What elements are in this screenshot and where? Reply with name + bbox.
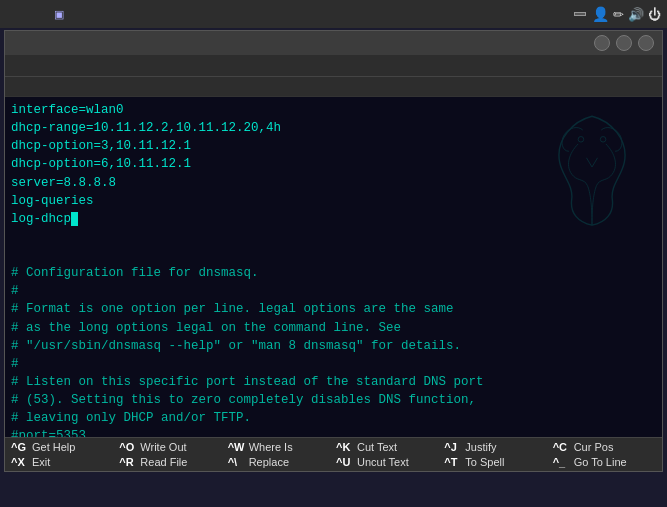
shortcut-label: Replace [249, 456, 289, 468]
shortcut-key: ^_ [553, 456, 571, 468]
terminal-menu[interactable]: ▣ [46, 6, 78, 23]
terminal-controls [594, 35, 654, 51]
editor-line: # Listen on this specific port instead o… [11, 373, 656, 391]
editor-line: # Configuration file for dnsmasq. [11, 264, 656, 282]
shortcut-label: Cut Text [357, 441, 397, 453]
shortcut-item[interactable]: ^RRead File [117, 455, 224, 469]
shortcut-key: ^J [444, 441, 462, 453]
shortcut-item[interactable]: ^OWrite Out [117, 440, 224, 454]
shortcut-key: ^U [336, 456, 354, 468]
shortcut-label: Get Help [32, 441, 75, 453]
shortcut-item[interactable]: ^TTo Spell [442, 455, 549, 469]
terminal-window: interface=wlan0dhcp-range=10.11.12.2,10.… [4, 30, 663, 472]
editor-line: # as the long options legal on the comma… [11, 319, 656, 337]
shortcut-item[interactable]: ^JJustify [442, 440, 549, 454]
tray-icons: 👤 ✏ 🔊 ⏻ [592, 6, 661, 22]
shortcut-item[interactable]: ^GGet Help [9, 440, 116, 454]
editor-line: # Format is one option per line. legal o… [11, 300, 656, 318]
svg-point-0 [578, 137, 584, 143]
editor-line: # leaving only DHCP and/or TFTP. [11, 409, 656, 427]
cursor [71, 212, 78, 226]
workspace-indicator[interactable] [574, 12, 586, 16]
shortcut-item[interactable]: ^WWhere Is [226, 440, 333, 454]
shortcut-key: ^K [336, 441, 354, 453]
system-bar: ▣ 👤 ✏ 🔊 ⏻ [0, 0, 667, 28]
shortcut-label: Uncut Text [357, 456, 409, 468]
shortcut-key: ^C [553, 441, 571, 453]
shortcut-item[interactable]: ^XExit [9, 455, 116, 469]
pen-icon: ✏ [613, 7, 624, 22]
shortcut-item[interactable]: ^KCut Text [334, 440, 441, 454]
shortcut-item[interactable]: ^\Replace [226, 455, 333, 469]
shortcut-item[interactable]: ^UUncut Text [334, 455, 441, 469]
shortcut-label: Cur Pos [574, 441, 614, 453]
shortcut-key: ^\ [228, 456, 246, 468]
editor-line: #port=5353 [11, 427, 656, 437]
shortcut-item[interactable]: ^_Go To Line [551, 455, 658, 469]
shortcut-label: To Spell [465, 456, 504, 468]
editor-line: # [11, 282, 656, 300]
maximize-button[interactable] [616, 35, 632, 51]
shortcut-key: ^T [444, 456, 462, 468]
nano-shortcuts: ^GGet Help^OWrite Out^WWhere Is^KCut Tex… [5, 437, 662, 471]
shortcut-label: Write Out [140, 441, 186, 453]
editor-line: # (53). Setting this to zero completely … [11, 391, 656, 409]
terminal-titlebar [5, 31, 662, 55]
shortcut-key: ^W [228, 441, 246, 453]
editor-line [11, 228, 656, 246]
editor-line: # "/usr/sbin/dnsmasq --help" or "man 8 d… [11, 337, 656, 355]
dragon-watermark [542, 107, 642, 227]
close-button[interactable] [638, 35, 654, 51]
editor-line [11, 246, 656, 264]
shortcut-key: ^R [119, 456, 137, 468]
svg-point-1 [600, 137, 606, 143]
shortcut-label: Where Is [249, 441, 293, 453]
shortcut-label: Justify [465, 441, 496, 453]
system-tray: 👤 ✏ 🔊 ⏻ [445, 6, 661, 22]
user-icon: 👤 [592, 6, 609, 22]
editor-line: # [11, 355, 656, 373]
applications-menu[interactable] [6, 12, 24, 16]
shortcut-label: Read File [140, 456, 187, 468]
power-icon[interactable]: ⏻ [648, 7, 661, 22]
shortcut-key: ^O [119, 441, 137, 453]
minimize-button[interactable] [594, 35, 610, 51]
shortcut-key: ^X [11, 456, 29, 468]
shortcut-label: Exit [32, 456, 50, 468]
nano-menubar [5, 55, 662, 77]
shortcut-item[interactable]: ^CCur Pos [551, 440, 658, 454]
editor-area[interactable]: interface=wlan0dhcp-range=10.11.12.2,10.… [5, 97, 662, 437]
volume-icon: 🔊 [628, 7, 644, 22]
system-bar-left: ▣ [6, 6, 222, 23]
shortcut-label: Go To Line [574, 456, 627, 468]
places-menu[interactable] [26, 12, 44, 16]
shortcut-key: ^G [11, 441, 29, 453]
nano-statusbar [5, 77, 662, 97]
